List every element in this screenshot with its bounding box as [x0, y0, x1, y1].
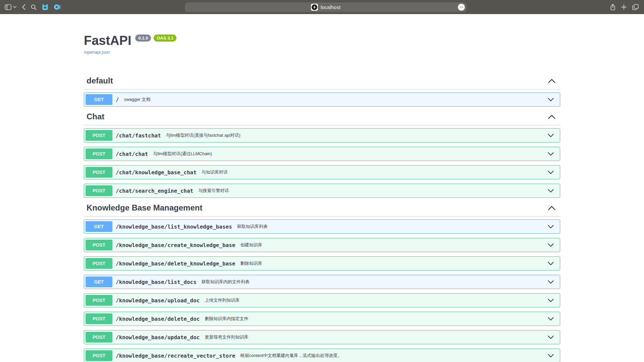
swagger-ui: FastAPI 0.1.0 OAS 3.1 /openapi.json defa… — [84, 14, 560, 362]
sidebar-toggle-icon — [5, 4, 11, 10]
method-badge: GET — [86, 221, 112, 232]
endpoint-description: 删除知识库 — [240, 260, 262, 266]
new-tab-icon — [621, 4, 627, 10]
api-section: default GET / swagger 文档 — [84, 75, 560, 107]
chevron-up-icon — [548, 206, 555, 210]
endpoint-row[interactable]: GET /knowledge_base/list_knowledge_bases… — [84, 220, 560, 234]
extension-bookmark-button[interactable] — [42, 4, 48, 10]
share-button[interactable] — [610, 4, 615, 10]
search-toolbar-button[interactable] — [31, 4, 37, 10]
tabs-overview-icon — [632, 4, 639, 10]
extension-bookmark-icon — [42, 4, 48, 10]
endpoint-row[interactable]: POST /knowledge_base/update_doc 更新现有文件到知… — [84, 330, 560, 344]
endpoint-row[interactable]: GET /knowledge_base/list_docs 获取知识库内的文件列… — [84, 275, 560, 289]
back-icon — [22, 4, 25, 10]
sidebar-menu-button[interactable] — [13, 6, 16, 8]
chevron-down-icon[interactable] — [548, 189, 554, 193]
chevron-down-icon[interactable] — [548, 336, 554, 339]
endpoint-row[interactable]: POST /chat/chat 与llm模型对话(通过LLMChain) — [84, 147, 560, 161]
endpoint-description: 与llm模型对话(直接与fastchat api对话) — [166, 132, 240, 138]
method-badge: POST — [86, 313, 112, 324]
chevron-down-icon[interactable] — [548, 317, 554, 321]
collapse-section-button[interactable] — [543, 206, 560, 210]
new-tab-button[interactable] — [621, 4, 627, 10]
page-menu-button[interactable] — [458, 4, 465, 11]
endpoint-path: /knowledge_base/list_docs — [116, 279, 197, 285]
method-badge: POST — [86, 167, 112, 178]
chevron-down-icon[interactable] — [548, 354, 554, 358]
endpoint-row[interactable]: POST /chat/fastchat 与llm模型对话(直接与fastchat… — [84, 128, 560, 142]
chevron-down-icon[interactable] — [548, 280, 554, 284]
collapse-section-button[interactable] — [543, 79, 560, 83]
method-badge: POST — [86, 240, 112, 250]
endpoint-description: 与搜索引擎对话 — [198, 188, 229, 194]
chevron-down-icon[interactable] — [548, 243, 554, 247]
version-badge: 0.1.0 — [135, 35, 151, 42]
endpoint-description: 与知识库对话 — [202, 169, 228, 175]
tabs-overview-button[interactable] — [632, 4, 639, 10]
chevron-up-icon — [548, 115, 555, 119]
endpoint-description: 与llm模型对话(通过LLMChain) — [153, 151, 212, 157]
endpoint-description: 获取知识库列表 — [237, 224, 268, 230]
endpoint-path: /chat/search_engine_chat — [116, 188, 193, 194]
endpoint-path: /knowledge_base/list_knowledge_bases — [116, 224, 232, 230]
api-section: Knowledge Base Management GET /knowledge… — [84, 202, 560, 362]
endpoint-description: 创建知识库 — [240, 242, 262, 248]
chevron-down-icon[interactable] — [548, 98, 554, 102]
endpoint-row[interactable]: POST /knowledge_base/create_knowledge_ba… — [84, 238, 560, 252]
endpoint-row[interactable]: POST /knowledge_base/recreate_vector_sto… — [84, 349, 560, 362]
endpoint-row[interactable]: POST /knowledge_base/delete_doc 删除知识库内指定… — [84, 312, 560, 326]
chevron-down-icon[interactable] — [548, 299, 554, 302]
api-sections: default GET / swagger 文档 Chat POS — [84, 75, 560, 362]
method-badge: GET — [86, 94, 112, 105]
chevron-down-icon[interactable] — [548, 171, 554, 174]
endpoint-description: 更新现有文件到知识库 — [205, 334, 248, 340]
chevron-down-icon — [13, 6, 16, 8]
endpoint-row[interactable]: POST /chat/knowledge_base_chat 与知识库对话 — [84, 165, 560, 179]
lightning-bolt-icon — [312, 4, 317, 10]
method-badge: POST — [86, 130, 112, 141]
api-info: FastAPI 0.1.0 OAS 3.1 /openapi.json — [84, 34, 560, 55]
api-title-text: FastAPI — [84, 34, 131, 48]
search-icon — [31, 4, 37, 10]
endpoint-description: 上传文件到知识库 — [205, 297, 239, 303]
endpoint-path: /chat/knowledge_base_chat — [116, 169, 197, 176]
endpoint-row[interactable]: POST /knowledge_base/delete_knowledge_ba… — [84, 256, 560, 270]
collapse-section-button[interactable] — [543, 115, 560, 119]
endpoint-row[interactable]: POST /knowledge_base/upload_doc 上传文件到知识库 — [84, 293, 560, 307]
extension-live-button[interactable] — [54, 4, 61, 10]
section-header[interactable]: Chat — [84, 111, 560, 125]
chevron-down-icon[interactable] — [548, 262, 554, 265]
address-bar[interactable]: localhost — [185, 2, 467, 12]
method-badge: POST — [86, 258, 112, 269]
page-title: FastAPI 0.1.0 OAS 3.1 — [84, 34, 560, 48]
endpoint-description: swagger 文档 — [124, 97, 151, 103]
method-badge: POST — [86, 350, 112, 361]
section-header[interactable]: Knowledge Base Management — [84, 202, 560, 217]
back-button[interactable] — [22, 4, 25, 10]
section-header[interactable]: default — [84, 75, 560, 89]
section-endpoints: GET / swagger 文档 — [84, 93, 560, 107]
sidebar-toggle-button[interactable] — [5, 4, 11, 10]
toolbar-right-cluster — [610, 0, 639, 14]
chevron-down-icon[interactable] — [548, 134, 554, 137]
api-section: Chat POST /chat/fastchat 与llm模型对话(直接与fas… — [84, 111, 560, 198]
chevron-down-icon[interactable] — [548, 225, 554, 229]
endpoint-path: /knowledge_base/delete_doc — [116, 316, 200, 322]
chevron-down-icon[interactable] — [548, 152, 554, 156]
endpoint-path: / — [116, 97, 119, 103]
endpoint-path: /knowledge_base/upload_doc — [116, 297, 200, 304]
browser-toolbar: localhost — [0, 0, 644, 14]
method-badge: POST — [86, 185, 112, 196]
section-title: default — [87, 76, 113, 86]
endpoint-row[interactable]: POST /chat/search_engine_chat 与搜索引擎对话 — [84, 184, 560, 198]
endpoint-row[interactable]: GET / swagger 文档 — [84, 93, 560, 107]
share-icon — [610, 4, 615, 10]
section-title: Knowledge Base Management — [87, 203, 202, 213]
site-favicon — [311, 4, 318, 11]
endpoint-path: /knowledge_base/update_doc — [116, 334, 200, 341]
endpoint-path: /knowledge_base/create_knowledge_base — [116, 242, 235, 248]
chevron-up-icon — [548, 79, 555, 83]
openapi-spec-link[interactable]: /openapi.json — [84, 50, 110, 55]
method-badge: POST — [86, 148, 112, 159]
